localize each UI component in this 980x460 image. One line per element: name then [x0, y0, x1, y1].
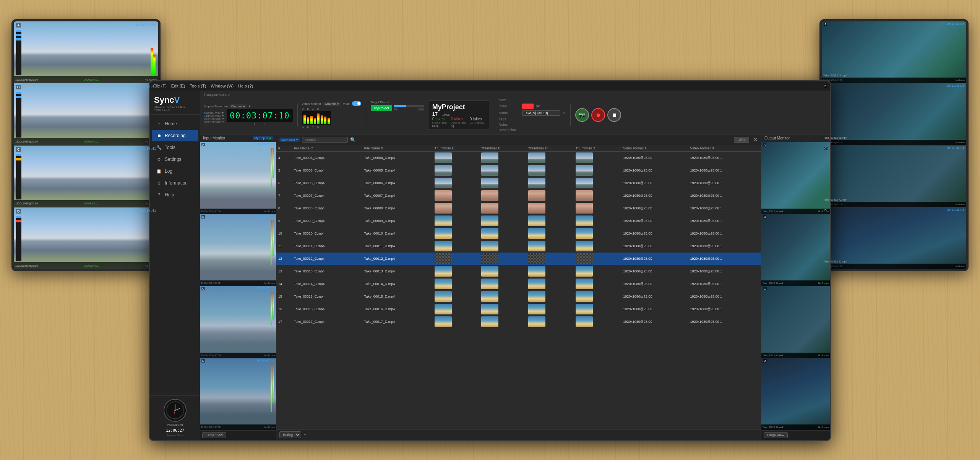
- input-ch-c-video: [200, 286, 276, 358]
- cell-thumb-b: [479, 265, 526, 278]
- project-takes-row: 17 takes: [432, 111, 485, 117]
- cell-va: 1920x1080@25.00: [621, 202, 688, 215]
- output-monitor-channels: A Take_00012_A.mp4 No Rotate B: [761, 142, 830, 430]
- mute-toggle[interactable]: [352, 101, 361, 106]
- table-row[interactable]: 13 Take_00013_C.mp4 Take_00013_D.mp4 192…: [276, 265, 761, 278]
- table-row[interactable]: 4 Take_00004_C.mp4 Take_00004_D.mp4 1920…: [276, 152, 761, 164]
- cell-thumb-b: [479, 164, 526, 177]
- clock-svg: [165, 401, 185, 420]
- output-monitor-panel: Output Monitor A Take_00012_A.mp4 No Rot…: [761, 134, 830, 440]
- menu-tools[interactable]: Tools (T): [190, 84, 206, 88]
- cell-fd: Take_00017_D.mp4: [362, 316, 433, 328]
- output-ch-d-rotate[interactable]: No Rotate: [818, 426, 829, 428]
- input-ch-d-rotate[interactable]: No Rotate: [264, 426, 275, 428]
- sidebar-item-information[interactable]: ℹ Information: [152, 177, 198, 189]
- transport-label: Transport Control: [204, 93, 826, 97]
- stop-button[interactable]: ⏹: [607, 108, 621, 122]
- right-ch-b-name: Take_00012_B.mp4: [823, 136, 847, 139]
- camera-button[interactable]: 📷: [575, 108, 589, 122]
- table-row[interactable]: 12 Take_00012_C.mp4 Take_00012_D.mp4 192…: [276, 253, 761, 265]
- next-section: Next Color DC Name ▼ T: [499, 98, 566, 132]
- menu-window[interactable]: Window (W): [211, 84, 234, 88]
- right-ch-b-bottom: 1920x1080@25:00 No Rotate: [822, 140, 966, 145]
- table-row[interactable]: 9 Take_00009_C.mp4 Take_00009_D.mp4 1920…: [276, 215, 761, 227]
- search-input[interactable]: [302, 137, 348, 143]
- table-row[interactable]: 14 Take_00014_C.mp4 Take_00014_D.mp4 192…: [276, 278, 761, 290]
- table-row[interactable]: 7 Take_00007_C.mp4 Take_00007_D.mp4 1920…: [276, 190, 761, 202]
- audio-bar-b1: [310, 116, 313, 124]
- table-row[interactable]: 16 Take_00016_C.mp4 Take_00016_D.mp4 192…: [276, 303, 761, 316]
- sidebar-item-home[interactable]: ⌂ Home: [152, 118, 198, 130]
- table-row[interactable]: 8 Take_00008_C.mp4 Take_00008_D.mp4 1920…: [276, 202, 761, 215]
- search-close-icon[interactable]: ✕: [753, 136, 758, 143]
- right-channel-d: D 00:11:46:14 Take_00012_D.mp4 1920x1080…: [822, 207, 966, 269]
- cell-fd: Take_00015_D.mp4: [362, 290, 433, 303]
- cell-fd: Take_00008_D.mp4: [362, 202, 433, 215]
- col-file-d: File Name D: [362, 145, 433, 152]
- vu-c-l: [271, 292, 272, 325]
- rating-arrow: ▼: [303, 433, 307, 437]
- input-ch-b-rotate[interactable]: No Rotate: [264, 282, 275, 284]
- input-ch-b-bottom: 1920x1080@25:00 No Rotate: [200, 280, 276, 286]
- sidebar-item-recording[interactable]: ⏺ Recording: [152, 130, 198, 141]
- right-ch-a-bottom: 1920x1080@25:00 No Rotate: [822, 78, 966, 83]
- sidebar-item-help[interactable]: ? Help: [152, 189, 198, 201]
- search-icon[interactable]: 🔍: [350, 137, 356, 143]
- table-row[interactable]: 15 Take_00015_C.mp4 Take_00015_D.mp4 192…: [276, 290, 761, 303]
- table-row[interactable]: 11 Take_00011_C.mp4 Take_00011_D.mp4 192…: [276, 240, 761, 253]
- cell-num: 12: [276, 253, 292, 265]
- left-ch-c-res: 1920x1080@25:00: [15, 202, 38, 205]
- output-ch-c-name: Take_00012_C.mp4: [763, 354, 783, 356]
- input-ch-a-vu: [271, 148, 275, 208]
- table-row[interactable]: 6 Take_00006_C.mp4 Take_00006_D.mp4 1920…: [276, 177, 761, 190]
- sidebar-item-log[interactable]: 📋 Log: [152, 165, 198, 177]
- input-ch-c-vu: [271, 292, 275, 352]
- name-dropdown[interactable]: ▼: [563, 112, 566, 115]
- sidebar-item-settings[interactable]: ⚙ Settings: [152, 154, 198, 165]
- right-channel-a: A 00:11:46:14 Take_00012_A.mp4 1920x1080…: [822, 21, 966, 83]
- right-ch-d-video: [822, 207, 966, 269]
- rating-select[interactable]: Rating: [279, 431, 301, 438]
- table-row[interactable]: 5 Take_00005_C.mp4 Take_00005_D.mp4 1920…: [276, 164, 761, 177]
- cell-thumb-c: [526, 316, 574, 328]
- input-ch-c-rotate[interactable]: No Rotate: [264, 354, 275, 356]
- cell-thumb-b: [479, 240, 526, 253]
- table-row[interactable]: 17 Take_00017_C.mp4 Take_00017_D.mp4 192…: [276, 316, 761, 328]
- audio-a-bot: A: [302, 126, 304, 129]
- cell-va: 1920x1080@25.00: [621, 290, 688, 303]
- output-large-view-btn[interactable]: Large View: [764, 432, 788, 438]
- menu-edit[interactable]: Edit (E): [171, 84, 185, 88]
- target-btn-row: MyProject 0% 100%: [371, 105, 424, 111]
- output-ch-c-video: [761, 286, 830, 358]
- audio-bar-c2: [321, 115, 323, 124]
- cell-fc: Take_00012_C.mp4: [292, 253, 362, 265]
- target-project-btn[interactable]: MyProject: [371, 105, 392, 111]
- input-large-view-btn[interactable]: Large View: [202, 432, 226, 438]
- cell-thumb-a: [433, 152, 479, 164]
- output-ch-c-rotate[interactable]: No Rotate: [818, 354, 829, 356]
- settings-icon: ⚙: [156, 157, 162, 162]
- table-row[interactable]: 10 Take_00010_C.mp4 Take_00010_D.mp4 192…: [276, 227, 761, 240]
- input-ch-a-rotate[interactable]: No Rotate: [264, 210, 275, 212]
- cell-fd: Take_00013_D.mp4: [362, 265, 433, 278]
- menu-help[interactable]: Help (?): [238, 84, 253, 88]
- name-input[interactable]: [522, 110, 560, 116]
- record-controls: 📷 ⏺ ⏹: [575, 108, 621, 122]
- channel-a-tc-label[interactable]: Channel A: [229, 104, 247, 109]
- progress-end: 100%: [417, 108, 424, 111]
- sidebar-item-tools[interactable]: 🔧 Tools: [152, 142, 198, 153]
- input-ch-c-label: C: [201, 287, 205, 290]
- channel-a-audio-label[interactable]: Channel A: [323, 102, 341, 106]
- project-progress-bar: [394, 105, 424, 107]
- record-button[interactable]: ⏺: [591, 108, 605, 122]
- output-ch-b-bottom: Take_00012_B.mp4 No Rotate: [761, 280, 830, 286]
- take-list-footer: Rating ▼: [276, 429, 761, 440]
- cell-num: 16: [276, 303, 292, 316]
- cell-vb: 1920x1080@25.00 1: [688, 152, 761, 164]
- color-swatch[interactable]: [522, 104, 534, 109]
- clear-button[interactable]: Clear: [734, 137, 749, 143]
- output-ch-b-rotate[interactable]: No Rotate: [818, 282, 829, 284]
- progress-labels: 0% 100%: [394, 108, 424, 111]
- audio-c-label: C: [312, 107, 314, 110]
- cell-thumb-c: [526, 190, 574, 202]
